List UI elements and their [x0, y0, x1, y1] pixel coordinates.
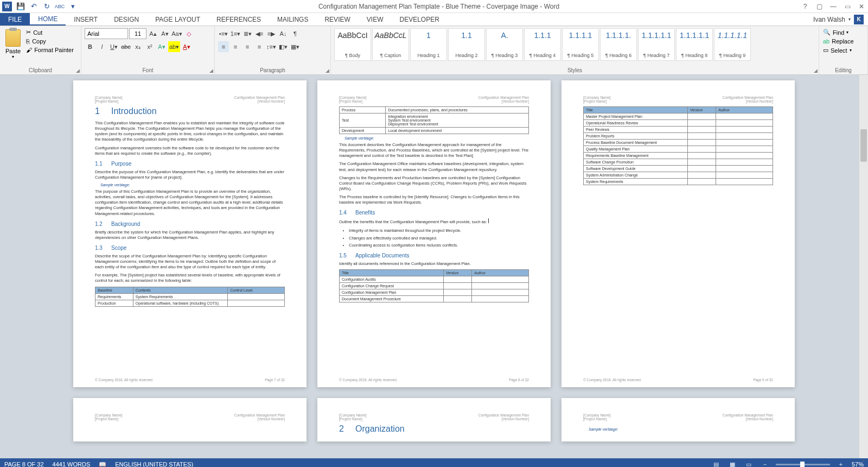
superscript-button[interactable]: x² [144, 41, 155, 52]
style-item[interactable]: 1.1.1.1.1¶ Heading 7 [638, 28, 675, 61]
align-left-button[interactable]: ≡ [218, 41, 229, 52]
styles-launcher[interactable]: ◢ [814, 68, 818, 73]
italic-button[interactable]: I [97, 41, 107, 52]
underline-button[interactable]: U▾ [108, 41, 119, 52]
redo-icon[interactable]: ↻ [42, 2, 51, 11]
read-mode-icon[interactable]: ▤ [711, 460, 722, 467]
page-7[interactable]: [Company Name][Project Name]Configuratio… [73, 80, 307, 387]
style-item[interactable]: 1.1.1.1¶ Heading 5 [562, 28, 599, 61]
style-item[interactable]: 1Heading 1 [410, 28, 447, 61]
align-right-button[interactable]: ≡ [242, 41, 253, 52]
select-button[interactable]: ▭Select▾ [822, 46, 854, 54]
page-9[interactable]: [Company Name][Project Name]Configuratio… [561, 80, 795, 387]
style-item[interactable]: AaBbCcI¶ Body [334, 28, 371, 61]
font-size-input[interactable] [129, 28, 146, 39]
paragraph-launcher[interactable]: ◢ [326, 68, 329, 73]
strike-button[interactable]: abc [120, 41, 131, 52]
quick-access-toolbar: W 💾 ↶ ↻ ABC ▾ [2, 2, 77, 11]
align-center-button[interactable]: ≡ [230, 41, 241, 52]
tab-developer[interactable]: DEVELOPER [391, 13, 447, 26]
style-item[interactable]: 1.1.1.1.1¶ Heading 9 [714, 28, 751, 61]
status-words[interactable]: 4441 WORDS [53, 461, 91, 467]
page-11[interactable]: [Company Name][Project Name]Configuratio… [317, 398, 551, 441]
tab-mailings[interactable]: MAILINGS [269, 13, 316, 26]
page-10[interactable]: [Company Name][Project Name]Configuratio… [73, 398, 307, 441]
numbering-button[interactable]: 1≡▾ [230, 28, 241, 39]
indent-button[interactable]: ≡▶ [266, 28, 277, 39]
sort-button[interactable]: A↓ [278, 28, 289, 39]
page-12[interactable]: [Company Name][Project Name]Configuratio… [561, 398, 795, 441]
style-item[interactable]: 1.1.1.1.1¶ Heading 8 [676, 28, 713, 61]
tab-references[interactable]: REFERENCES [208, 13, 269, 26]
print-layout-icon[interactable]: ▦ [727, 460, 738, 467]
qat-more-icon[interactable]: ▾ [68, 2, 77, 11]
status-language[interactable]: ENGLISH (UNITED STATES) [115, 461, 193, 467]
font-name-input[interactable] [85, 28, 128, 39]
zoom-slider[interactable] [776, 464, 830, 465]
replace-button[interactable]: abReplace [822, 37, 854, 45]
highlight-button[interactable]: ab▾ [168, 41, 180, 52]
undo-icon[interactable]: ↶ [29, 2, 38, 11]
collapse-ribbon-icon[interactable]: ⌃ [861, 459, 866, 466]
shading-button[interactable]: ◧▾ [278, 41, 289, 52]
subscript-button[interactable]: x₂ [132, 41, 143, 52]
tab-view[interactable]: VIEW [359, 13, 392, 26]
font-color-button[interactable]: A▾ [181, 41, 192, 52]
zoom-in-button[interactable]: + [835, 460, 846, 467]
paste-button[interactable]: Paste ▾ [3, 28, 23, 60]
page-8[interactable]: [Company Name][Project Name]Configuratio… [317, 80, 551, 387]
tab-home[interactable]: HOME [30, 13, 66, 26]
borders-button[interactable]: ▦▾ [290, 41, 301, 52]
help-icon[interactable]: ? [801, 2, 809, 11]
font-launcher[interactable]: ◢ [209, 68, 213, 73]
format-painter-button[interactable]: 🖌Format Painter [25, 46, 75, 54]
style-item[interactable]: AaBbCcL¶ Caption [372, 28, 409, 61]
line-spacing-button[interactable]: ↕≡▾ [266, 41, 277, 52]
status-bar: PAGE 8 OF 32 4441 WORDS 📖 ENGLISH (UNITE… [0, 458, 868, 467]
style-item[interactable]: 1.1Heading 2 [448, 28, 485, 61]
tab-page-layout[interactable]: PAGE LAYOUT [147, 13, 208, 26]
spellcheck-icon[interactable]: ABC [55, 2, 64, 11]
zoom-handle[interactable] [800, 462, 805, 468]
shrink-font-button[interactable]: A▾ [159, 28, 170, 39]
tab-design[interactable]: DESIGN [106, 13, 147, 26]
tab-insert[interactable]: INSERT [66, 13, 106, 26]
save-icon[interactable]: 💾 [16, 2, 25, 11]
ribbon-options-icon[interactable]: ▢ [815, 2, 824, 11]
find-button[interactable]: 🔍Find▾ [822, 28, 854, 36]
clear-format-button[interactable]: ◇ [183, 28, 194, 39]
multilevel-button[interactable]: ≣▾ [242, 28, 253, 39]
web-layout-icon[interactable]: ▭ [743, 460, 754, 467]
close-icon[interactable]: ✕ [857, 2, 866, 11]
group-styles: AaBbCcI¶ BodyAaBbCcL¶ Caption1Heading 11… [331, 26, 819, 74]
replace-icon: ab [823, 38, 829, 45]
ribbon-tabs: FILE HOME INSERT DESIGN PAGE LAYOUT REFE… [0, 13, 868, 26]
change-case-button[interactable]: Aa▾ [171, 28, 182, 39]
status-page[interactable]: PAGE 8 OF 32 [4, 461, 44, 467]
grow-font-button[interactable]: A▴ [148, 28, 158, 39]
user-name: Ivan Walsh [813, 16, 845, 23]
bold-button[interactable]: B [85, 41, 95, 52]
justify-button[interactable]: ≡ [254, 41, 265, 52]
tab-file[interactable]: FILE [0, 13, 30, 26]
proofing-icon[interactable]: 📖 [99, 461, 106, 468]
user-badge: K [854, 15, 864, 24]
style-item[interactable]: 1.1.1¶ Heading 4 [524, 28, 561, 61]
tab-review[interactable]: REVIEW [316, 13, 358, 26]
copy-button[interactable]: ⎘Copy [25, 37, 75, 45]
vertical-scrollbar[interactable] [859, 75, 868, 458]
scroll-thumb[interactable] [860, 129, 867, 162]
zoom-out-button[interactable]: − [760, 460, 770, 467]
cut-button[interactable]: ✂Cut [25, 28, 75, 36]
style-item[interactable]: A.¶ Heading 3 [486, 28, 523, 61]
text-effects-button[interactable]: A▾ [156, 41, 167, 52]
bullets-button[interactable]: •≡▾ [218, 28, 229, 39]
minimize-icon[interactable]: — [829, 2, 838, 11]
outdent-button[interactable]: ◀≡ [254, 28, 265, 39]
maximize-icon[interactable]: ▭ [843, 2, 852, 11]
style-item[interactable]: 1.1.1.1.¶ Heading 6 [600, 28, 637, 61]
document-area[interactable]: [Company Name][Project Name]Configuratio… [0, 75, 868, 458]
show-marks-button[interactable]: ¶ [290, 28, 301, 39]
clipboard-launcher[interactable]: ◢ [76, 68, 80, 73]
user-area[interactable]: Ivan Walsh ▾ K [809, 13, 868, 26]
